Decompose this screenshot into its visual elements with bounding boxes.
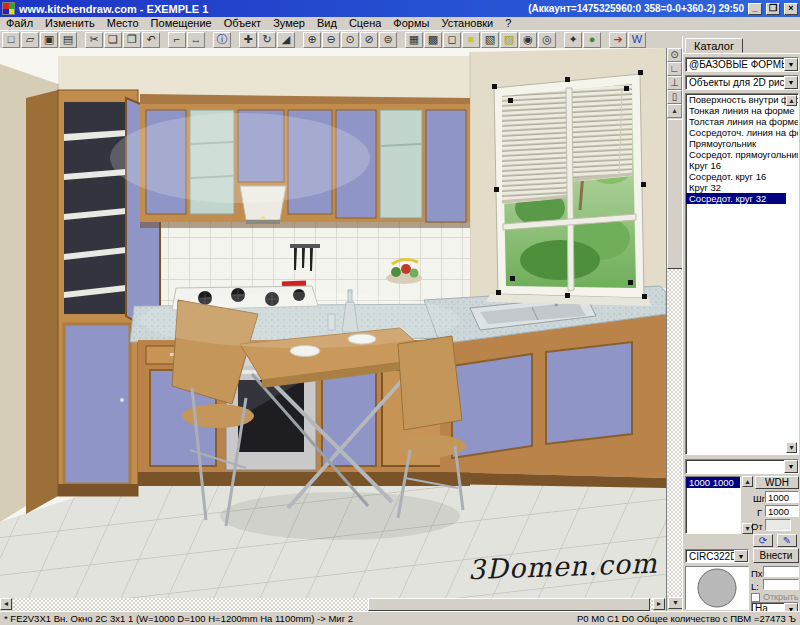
list-scroll-up-button[interactable]: ▴	[786, 95, 797, 106]
photo2-button[interactable]: ◎	[538, 32, 556, 48]
perspective-filled-button[interactable]: ▨	[500, 32, 518, 48]
menu-bar: Файл Изменить Место Помещение Объект Зум…	[0, 17, 800, 30]
wdh-button[interactable]: WDH	[755, 476, 799, 489]
edit-button[interactable]: ✎	[777, 534, 797, 547]
list-scroll-down-button[interactable]: ▾	[786, 442, 797, 453]
object-type-select[interactable]: Объекты для 2D рисунка ▼	[685, 75, 799, 90]
open-checkbox-row[interactable]: Открыть	[751, 592, 798, 602]
word-export-button[interactable]: W	[628, 32, 646, 48]
code-select[interactable]: CIRC322DC ▼	[685, 549, 749, 563]
width-label: Шг	[753, 493, 765, 504]
transform-button[interactable]: ⟳	[753, 534, 773, 547]
status-bar: * FE2V3X1 Вн. Окно 2С 3х1 1 (W=1000 D=10…	[0, 611, 800, 625]
hscroll-thumb[interactable]	[368, 598, 650, 611]
tools-button[interactable]: ✦	[564, 32, 582, 48]
extra-select[interactable]: ▼	[685, 459, 799, 474]
copy-button[interactable]: ❏	[104, 32, 122, 48]
selected-window[interactable]	[486, 70, 652, 306]
minimize-button[interactable]: _	[748, 3, 762, 15]
zoom-out-button[interactable]: ⊖	[322, 32, 340, 48]
window-title: www.kitchendraw.com - EXEMPLE 1	[19, 3, 208, 15]
menu-zoom[interactable]: Зумер	[267, 17, 311, 30]
plan-view-button[interactable]: ▦	[405, 32, 423, 48]
catalog-panel: Каталог @БАЗОВЫЕ ФОРМЫ ▼ Объекты для 2D …	[682, 36, 800, 611]
menu-settings[interactable]: Установки	[435, 17, 499, 30]
offset-label: От	[751, 521, 763, 532]
zoom-window-button[interactable]: ⊙	[341, 32, 359, 48]
menu-help[interactable]: ?	[499, 17, 517, 30]
rotate-tool-button[interactable]: ↻	[258, 32, 276, 48]
depth-label: Г	[757, 507, 762, 518]
title-bar: www.kitchendraw.com - EXEMPLE 1 (Аккаунт…	[0, 0, 800, 17]
slope-tool-button[interactable]: ◢	[277, 32, 295, 48]
hscroll-right-button[interactable]: ▸	[653, 598, 665, 610]
shape-list-items: Поверхность внутри формы Тонкая линия на…	[686, 94, 786, 204]
open-checkbox[interactable]	[751, 593, 760, 602]
offset-field[interactable]	[765, 519, 791, 531]
chevron-down-icon[interactable]: ▼	[784, 76, 798, 89]
maximize-button[interactable]: ❒	[766, 3, 780, 15]
perspective-view-button[interactable]: ▧	[481, 32, 499, 48]
paste-button[interactable]: ❐	[123, 32, 141, 48]
cut-button[interactable]: ✂	[85, 32, 103, 48]
side-tool-buttons: ⊙ ∟ ⊥ ▯	[667, 48, 682, 104]
zoom-all-button[interactable]: ⊜	[379, 32, 397, 48]
menu-edit[interactable]: Изменить	[39, 17, 101, 30]
new-file-button[interactable]: □	[2, 32, 20, 48]
vscroll-thumb[interactable]	[667, 119, 683, 269]
depth-field[interactable]	[765, 505, 799, 517]
menu-room[interactable]: Помещение	[145, 17, 218, 30]
undo-button[interactable]: ↶	[142, 32, 160, 48]
save-button[interactable]: ▣	[40, 32, 58, 48]
zoom-in-button[interactable]: ⊕	[303, 32, 321, 48]
dimension-tool-button[interactable]: ↔	[187, 32, 205, 48]
menu-file[interactable]: Файл	[0, 17, 39, 30]
design-canvas[interactable]: 3Domen.com	[0, 48, 666, 598]
status-right: Р0 М0 С1 D0 Общее количество с ПВМ =2747…	[577, 613, 796, 624]
menu-scene[interactable]: Сцена	[343, 17, 387, 30]
zoom-previous-button[interactable]: ⊘	[360, 32, 378, 48]
open-file-button[interactable]: ▱	[21, 32, 39, 48]
move-tool-button[interactable]: ✚	[239, 32, 257, 48]
l-field[interactable]	[763, 579, 799, 590]
canvas-hscrollbar[interactable]: ◂ ▸	[0, 598, 666, 611]
px-label: Пх	[751, 568, 763, 579]
dim-scroll-up-button[interactable]: ▴	[742, 476, 753, 487]
vscroll-up-button[interactable]: ▴	[667, 104, 682, 118]
measure-tool-button[interactable]: ⊥	[667, 76, 682, 90]
menu-shapes[interactable]: Формы	[387, 17, 435, 30]
menu-object[interactable]: Объект	[218, 17, 267, 30]
vscroll-down-button[interactable]: ▾	[668, 597, 683, 609]
catalog-tab[interactable]: Каталог	[685, 38, 743, 53]
dimension-list[interactable]: 1000 1000 0	[685, 476, 741, 534]
print-button[interactable]: ▤	[59, 32, 77, 48]
export-button[interactable]: ➔	[609, 32, 627, 48]
sink-counter	[424, 286, 666, 488]
shape-list[interactable]: Поверхность внутри формы Тонкая линия на…	[685, 93, 799, 455]
catalog-select[interactable]: @БАЗОВЫЕ ФОРМЫ ▼	[685, 57, 799, 72]
render-button[interactable]: ●	[583, 32, 601, 48]
menu-view[interactable]: Вид	[311, 17, 343, 30]
l-label: L:	[751, 581, 759, 592]
insert-button[interactable]: Внести	[753, 548, 799, 563]
close-button[interactable]: ×	[784, 3, 798, 15]
chevron-down-icon[interactable]: ▼	[784, 460, 798, 473]
zoom-tool-button[interactable]: ⊙	[667, 48, 682, 62]
chevron-down-icon[interactable]: ▼	[734, 550, 748, 562]
sheet-tool-button[interactable]: ▯	[667, 90, 682, 104]
watermark-text: 3Domen.com	[467, 548, 658, 586]
corner-tool-button[interactable]: ∟	[667, 62, 682, 76]
app-icon	[2, 2, 15, 15]
wireframe-view-button[interactable]: ◻	[443, 32, 461, 48]
chevron-down-icon[interactable]: ▼	[784, 58, 798, 71]
filled-view-button[interactable]: ■	[462, 32, 480, 48]
open-checkbox-label: Открыть	[763, 592, 798, 602]
hscroll-left-button[interactable]: ◂	[0, 598, 12, 610]
width-field[interactable]	[765, 491, 799, 503]
px-field[interactable]	[763, 566, 799, 577]
polyline-tool-button[interactable]: ⌐	[168, 32, 186, 48]
info-button[interactable]: ⓘ	[213, 32, 231, 48]
elevation-view-button[interactable]: ▩	[424, 32, 442, 48]
menu-place[interactable]: Место	[101, 17, 145, 30]
photo-button[interactable]: ◉	[519, 32, 537, 48]
